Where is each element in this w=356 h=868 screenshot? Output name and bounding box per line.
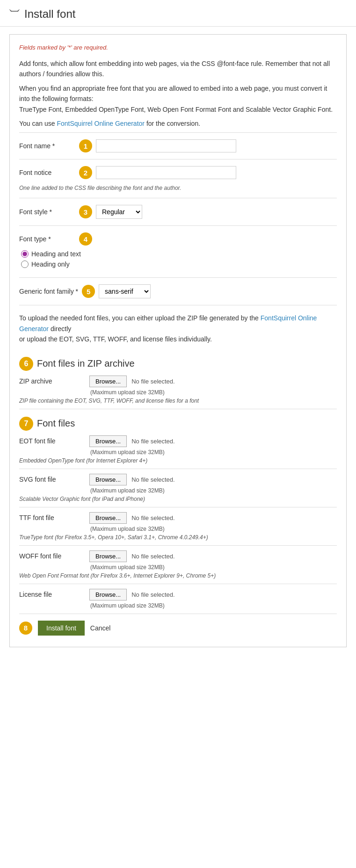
zip-section: 6 Font files in ZIP archive ZIP archive …: [19, 357, 337, 409]
svg-section: SVG font file Browse... No file selected…: [19, 474, 337, 507]
font-type-option1: Heading and text: [21, 250, 337, 258]
eot-desc: Embedded OpenType font (for Internet Exp…: [19, 457, 337, 469]
info-block-1: Add fonts, which allow font embedding in…: [19, 58, 337, 80]
woff-no-file: No file selected.: [131, 553, 175, 560]
eot-upload-row: EOT font file Browse... No file selected…: [19, 435, 337, 447]
upload-info-3: or upload the EOT, SVG, TTF, WOFF, and l…: [19, 335, 212, 343]
svg-label: SVG font file: [19, 476, 85, 483]
svg-upload-row: SVG font file Browse... No file selected…: [19, 474, 337, 485]
zip-section-heading: 6 Font files in ZIP archive: [19, 357, 337, 371]
font-type-label-2[interactable]: Heading only: [31, 260, 70, 268]
step-badge-7: 7: [19, 417, 33, 431]
cancel-link[interactable]: Cancel: [90, 624, 111, 632]
eot-browse-button[interactable]: Browse...: [89, 435, 127, 447]
info-block-3: You can use FontSquirrel Online Generato…: [19, 118, 337, 129]
upload-info-1: To upload the needed font files, you can…: [19, 314, 259, 322]
font-type-header: Font type * 4: [19, 232, 337, 246]
license-browse-button[interactable]: Browse...: [89, 589, 127, 600]
formats-text: TrueType Font, Embedded OpenType Font, W…: [19, 106, 333, 113]
generic-family-select[interactable]: sans-serif serif monospace cursive fanta…: [99, 284, 151, 298]
ttf-upload-row: TTF font file Browse... No file selected…: [19, 512, 337, 524]
font-name-input[interactable]: [96, 139, 236, 152]
eot-label: EOT font file: [19, 437, 85, 445]
eot-no-file: No file selected.: [131, 438, 175, 445]
svg-max-size: (Maximum upload size 32MB): [90, 487, 337, 494]
step-badge-1: 1: [79, 139, 92, 152]
zip-upload-row: ZIP archive Browse... No file selected.: [19, 376, 337, 387]
zip-desc: ZIP file containing the EOT, SVG, TTF, W…: [19, 398, 337, 409]
install-font-button[interactable]: Install font: [38, 621, 85, 636]
step-badge-3: 3: [79, 205, 92, 218]
fontsquirrel-link-1[interactable]: FontSquirrel Online Generator: [57, 120, 145, 127]
zip-browse-button[interactable]: Browse...: [89, 376, 127, 387]
woff-browse-button[interactable]: Browse...: [89, 550, 127, 562]
font-notice-sub: One line added to the CSS file describin…: [19, 183, 337, 191]
ttf-max-size: (Maximum upload size 32MB): [90, 526, 337, 532]
upload-info-2: directly: [49, 325, 71, 333]
font-notice-label: Font notice: [19, 169, 75, 176]
woff-label: WOFF font file: [19, 552, 85, 560]
license-section: License file Browse... No file selected.…: [19, 589, 337, 609]
font-style-section: Font style * 3 Regular Bold Italic Bold …: [19, 198, 337, 225]
font-type-radio-1[interactable]: [21, 250, 29, 258]
woff-upload-row: WOFF font file Browse... No file selecte…: [19, 550, 337, 562]
step-badge-8: 8: [19, 622, 32, 635]
font-type-radio-2[interactable]: [21, 260, 29, 268]
required-note: Fields marked by '*' are required.: [19, 44, 337, 51]
upload-info: To upload the needed font files, you can…: [19, 305, 337, 349]
license-max-size: (Maximum upload size 32MB): [90, 602, 337, 609]
step-badge-2: 2: [79, 166, 92, 179]
info-block-2: When you find an appropriate free font t…: [19, 83, 337, 115]
zip-max-size: (Maximum upload size 32MB): [90, 389, 337, 396]
font-notice-section: Font notice 2 One line added to the CSS …: [19, 159, 337, 198]
font-style-label: Font style *: [19, 208, 75, 216]
info-text-3: You can use: [19, 120, 57, 127]
ttf-section: TTF font file Browse... No file selected…: [19, 512, 337, 546]
svg-no-file: No file selected.: [131, 476, 175, 483]
info-text-2: When you find an appropriate free font t…: [19, 85, 327, 102]
woff-max-size: (Maximum upload size 32MB): [90, 564, 337, 571]
license-label: License file: [19, 591, 85, 598]
svg-browse-button[interactable]: Browse...: [89, 474, 127, 485]
page-title: Install font: [24, 7, 75, 21]
generic-family-label: Generic font family *: [19, 288, 78, 295]
svg-desc: Scalable Vector Graphic font (for iPad a…: [19, 496, 337, 507]
font-type-option2: Heading only: [21, 260, 337, 268]
ttf-browse-button[interactable]: Browse...: [89, 512, 127, 524]
font-files-heading: 7 Font files: [19, 417, 337, 431]
license-no-file: No file selected.: [131, 591, 175, 598]
generic-family-section: Generic font family * 5 sans-serif serif…: [19, 277, 337, 305]
info-text-1: Add fonts, which allow font embedding in…: [19, 60, 330, 78]
page-header: ⏡ Install font: [0, 0, 356, 27]
font-name-label: Font name *: [19, 142, 75, 150]
step-badge-5: 5: [82, 285, 95, 298]
main-content: Fields marked by '*' are required. Add f…: [9, 34, 347, 647]
font-icon: ⏡: [9, 7, 20, 21]
ttf-label: TTF font file: [19, 514, 85, 521]
font-files-section: 7 Font files EOT font file Browse... No …: [19, 417, 337, 609]
zip-label: ZIP archive: [19, 377, 85, 385]
license-upload-row: License file Browse... No file selected.: [19, 589, 337, 600]
step-badge-6: 6: [19, 357, 33, 371]
woff-desc: Web Open Font Format font (for Firefox 3…: [19, 572, 337, 584]
zip-no-file: No file selected.: [131, 378, 175, 385]
font-style-select[interactable]: Regular Bold Italic Bold Italic: [96, 205, 142, 219]
info-text-3-end: for the conversion.: [145, 120, 200, 127]
bottom-buttons: 8 Install font Cancel: [19, 614, 337, 637]
font-type-label-1[interactable]: Heading and text: [31, 250, 81, 258]
step-badge-4: 4: [79, 232, 92, 246]
woff-section: WOFF font file Browse... No file selecte…: [19, 550, 337, 584]
eot-max-size: (Maximum upload size 32MB): [90, 449, 337, 456]
ttf-no-file: No file selected.: [131, 514, 175, 521]
ttf-desc: TrueType font (for Firefox 3.5+, Opera 1…: [19, 534, 337, 546]
eot-section: EOT font file Browse... No file selected…: [19, 435, 337, 469]
font-type-section: Font type * 4 Heading and text Heading o…: [19, 225, 337, 277]
font-type-label: Font type *: [19, 235, 75, 243]
font-name-section: Font name * 1: [19, 132, 337, 159]
font-notice-input[interactable]: [96, 166, 236, 179]
